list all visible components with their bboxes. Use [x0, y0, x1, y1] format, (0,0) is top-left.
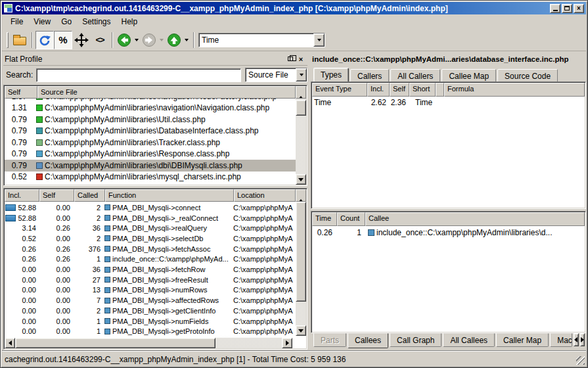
toolbar-handle[interactable]	[7, 32, 9, 48]
scroll-left-button[interactable]	[5, 338, 15, 348]
column-header-self[interactable]: Self	[390, 83, 409, 97]
scroll-right-button[interactable]	[282, 338, 292, 348]
function-row[interactable]: 0.260.261include_once::C:\xampp\phpMyAd.…	[5, 254, 296, 265]
column-header-time[interactable]: Time	[312, 212, 337, 226]
column-header-source-file[interactable]: Source File	[37, 86, 296, 99]
tab-all-callers[interactable]: All Callers	[390, 69, 440, 82]
column-header-blank[interactable]	[436, 83, 444, 97]
source-file-row[interactable]: 0.52C:\xampp\phpMyAdmin\libraries\mysql_…	[5, 172, 296, 183]
reload-button[interactable]	[35, 31, 54, 49]
function-row[interactable]: 0.000.0036PMA_DBI_Mysqli->fetchRowC:\xam…	[5, 264, 296, 275]
maximize-button[interactable]	[562, 4, 572, 13]
forward-history-dropdown[interactable]	[158, 32, 166, 49]
menu-go[interactable]: Go	[57, 16, 76, 28]
scroll-down-button[interactable]	[296, 174, 306, 185]
column-header-callee[interactable]: Callee	[365, 212, 585, 226]
dropdown-button[interactable]	[296, 68, 307, 81]
column-header-function[interactable]: Function	[105, 189, 234, 202]
source-file-row[interactable]: 0.79C:\xampp\phpMyAdmin\libraries\Tracke…	[5, 137, 296, 149]
tab-callee-map[interactable]: Callee Map	[441, 69, 496, 82]
event-types-table: Event Type Incl. Self Short Formula Time…	[311, 81, 586, 209]
function-horizontal-scrollbar[interactable]	[5, 338, 292, 348]
column-header-called[interactable]: Called	[74, 189, 105, 202]
function-vertical-scrollbar[interactable]	[296, 202, 306, 336]
titlebar[interactable]: C:\xampp\tmp\cachegrind.out.1416463299-C…	[2, 2, 586, 14]
function-row[interactable]: 3.140.2636PMA_DBI_Mysqli->realQueryC:\xa…	[5, 223, 296, 233]
dock-float-button[interactable]	[285, 55, 296, 64]
tab-scroll-right-button[interactable]	[580, 333, 585, 346]
callee-row[interactable]: 0.26 1 include_once::C:\xampp\phpMyAdmin…	[311, 227, 585, 238]
function-row[interactable]: 0.000.0013PMA_DBI_Mysqli->numRowsC:\xamp…	[5, 285, 296, 296]
relative-cost-button[interactable]: <>	[91, 31, 109, 49]
tab-caller-map[interactable]: Caller Map	[496, 333, 549, 347]
self-cost: 0.00	[36, 265, 70, 273]
incl-cost: 52.88	[18, 204, 36, 212]
dropdown-button[interactable]	[313, 34, 325, 47]
incl-cell: 0.26	[5, 255, 36, 263]
scrollbar-thumb[interactable]	[296, 100, 306, 116]
grouping-combobox[interactable]: Source File	[245, 68, 307, 82]
source-file-row[interactable]: 1.31C:\xampp\phpMyAdmin\libraries\naviga…	[5, 103, 296, 114]
function-row[interactable]: 0.000.007PMA_DBI_Mysqli->affectedRowsC:\…	[5, 295, 296, 306]
source-file-row[interactable]: 0.79C:\xampp\phpMyAdmin\libraries\Respon…	[5, 149, 296, 160]
scrollbar-thumb[interactable]	[15, 338, 215, 348]
function-row[interactable]: 0.000.001PMA_DBI_Mysqli->numFieldsC:\xam…	[5, 316, 296, 327]
function-row[interactable]: 0.000.001PMA_DBI_Mysqli->getProtoInfoC:\…	[5, 326, 296, 336]
file-path: C:\xampp\phpMyAdmin\libraries\navigation…	[45, 103, 296, 112]
up-history-dropdown[interactable]	[183, 32, 191, 49]
back-button[interactable]	[116, 32, 133, 49]
column-header-count[interactable]: Count	[337, 212, 365, 226]
column-header-location[interactable]: Location	[234, 189, 296, 202]
incl-cost: 0.00	[22, 317, 36, 325]
expand-areas-button[interactable]	[72, 31, 91, 49]
tab-machine-code[interactable]: Machine	[550, 333, 572, 347]
scrollbar-thumb[interactable]	[296, 202, 306, 302]
tab-source-code[interactable]: Source Code	[497, 69, 558, 82]
menu-settings[interactable]: Settings	[78, 16, 115, 28]
event-type-combobox[interactable]: Time	[198, 33, 325, 47]
menu-view[interactable]: View	[29, 16, 55, 28]
event-type-row[interactable]: Time 2.62 2.36 Time	[311, 97, 585, 108]
source-file-row[interactable]: 0.79C:\xampp\phpMyAdmin\libraries\Databa…	[5, 126, 296, 137]
scroll-up-button[interactable]	[296, 189, 306, 202]
column-header-formula[interactable]: Formula	[444, 83, 585, 97]
column-header-short[interactable]: Short	[409, 83, 436, 97]
scroll-down-button[interactable]	[296, 325, 306, 336]
function-row[interactable]: 0.260.26376PMA_DBI_Mysqli->fetchAssocC:\…	[5, 244, 296, 254]
menu-file[interactable]: File	[6, 16, 28, 28]
menu-help[interactable]: Help	[117, 16, 143, 28]
resize-grip[interactable]	[576, 356, 585, 365]
tab-all-callees[interactable]: All Callees	[443, 333, 495, 347]
minimize-button[interactable]	[550, 4, 560, 13]
scroll-up-button[interactable]	[296, 86, 306, 99]
source-file-row[interactable]: 0.52C:\xampp\phpMyAdmin\libraries\user_p…	[5, 183, 296, 185]
tab-callees[interactable]: Callees	[348, 333, 388, 348]
function-row[interactable]: 52.880.002PMA_DBI_Mysqli->_realConnectC:…	[5, 213, 296, 223]
search-input[interactable]	[36, 68, 241, 82]
up-button[interactable]	[166, 32, 183, 49]
dock-close-button[interactable]: ×	[296, 55, 306, 64]
function-row[interactable]: 0.000.0027PMA_DBI_Mysqli->freeResultC:\x…	[5, 275, 296, 285]
function-row[interactable]: 0.520.002PMA_DBI_Mysqli->selectDbC:\xamp…	[5, 233, 296, 244]
tab-callers[interactable]: Callers	[350, 69, 389, 82]
open-file-button[interactable]	[11, 31, 29, 49]
source-file-row[interactable]: 0.79C:\xampp\phpMyAdmin\libraries\dbi\DB…	[5, 160, 296, 172]
back-history-dropdown[interactable]	[133, 32, 141, 49]
source-file-row[interactable]: 0.79C:\xampp\phpMyAdmin\libraries\Util.c…	[5, 114, 296, 126]
flat-profile-dock-header[interactable]: Flat Profile ×	[3, 53, 307, 66]
tab-call-graph[interactable]: Call Graph	[390, 333, 441, 347]
function-row[interactable]: 52.880.002PMA_DBI_Mysqli->connectC:\xamp…	[5, 202, 296, 213]
source-vertical-scrollbar[interactable]	[296, 99, 306, 185]
column-header-incl[interactable]: Incl.	[5, 189, 39, 202]
percent-toggle-button[interactable]: %	[54, 31, 72, 49]
close-button[interactable]: ×	[574, 4, 584, 13]
column-header-self[interactable]: Self	[39, 189, 74, 202]
function-row[interactable]: 0.000.002PMA_DBI_Mysqli->getClientInfoC:…	[5, 306, 296, 316]
location: C:\xampp\phpMyA	[231, 235, 296, 242]
tab-types[interactable]: Types	[313, 68, 349, 82]
column-header-incl[interactable]: Incl.	[367, 83, 390, 97]
forward-button[interactable]	[141, 32, 158, 49]
column-header-event-type[interactable]: Event Type	[312, 83, 367, 97]
tab-scroll-left-button[interactable]	[574, 333, 578, 346]
column-header-self[interactable]: Self	[5, 86, 37, 99]
